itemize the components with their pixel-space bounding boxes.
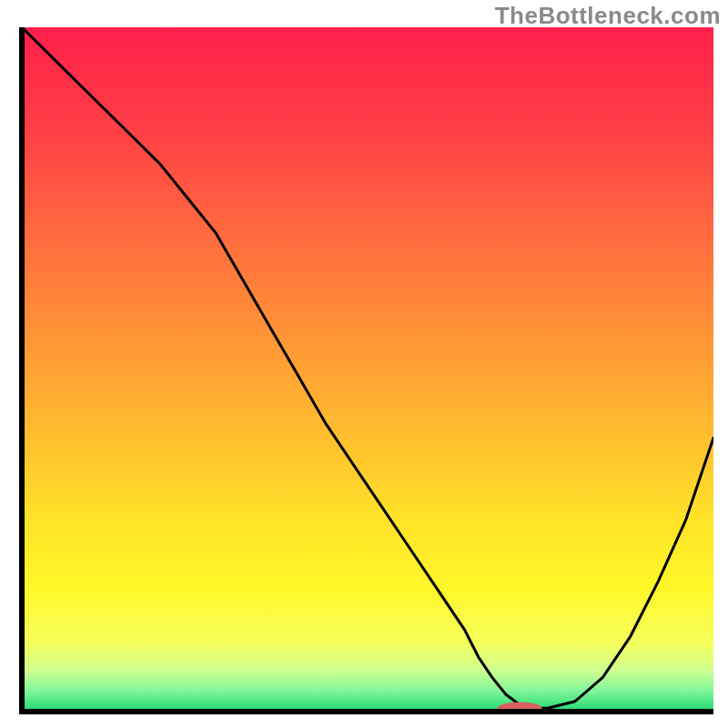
chart-frame: TheBottleneck.com — [0, 0, 728, 728]
chart-svg — [0, 0, 728, 728]
watermark-text: TheBottleneck.com — [495, 2, 721, 30]
plot-area — [22, 27, 713, 714]
